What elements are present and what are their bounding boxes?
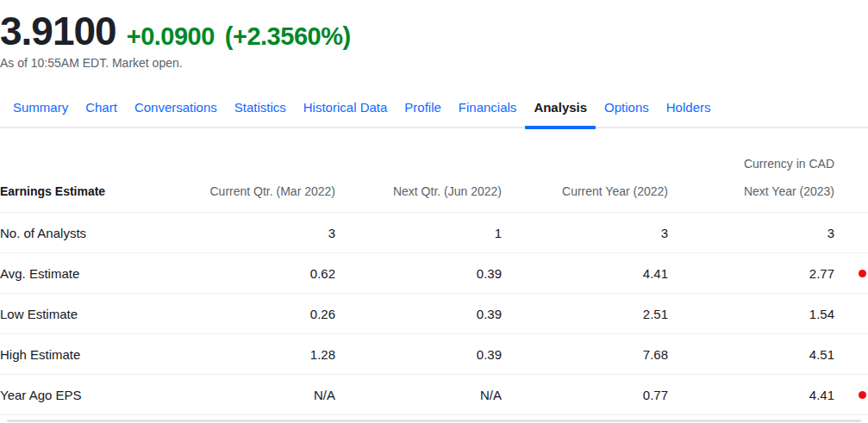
cell-value: 0.26	[169, 307, 335, 321]
horizontal-scrollbar[interactable]	[7, 420, 861, 422]
tab-financials[interactable]: Financials	[450, 100, 526, 127]
tab-options[interactable]: Options	[596, 100, 658, 127]
cell-value: 0.77	[502, 388, 668, 402]
column-header: Next Qtr. (Jun 2022)	[335, 184, 502, 198]
column-header: Next Year (2023)	[668, 184, 834, 198]
cell-value: 3	[502, 226, 668, 240]
cell-value: 2.77	[668, 266, 834, 281]
row-label: Low Estimate	[0, 307, 169, 321]
cell-value: 0.62	[169, 266, 335, 281]
cell-value: 1	[335, 226, 502, 240]
tab-statistics[interactable]: Statistics	[226, 100, 295, 127]
row-label: Avg. Estimate	[0, 266, 169, 281]
column-header: Current Year (2022)	[502, 184, 668, 198]
tab-summary[interactable]: Summary	[4, 100, 77, 127]
tab-chart[interactable]: Chart	[77, 100, 126, 127]
red-annotation-dot-icon	[859, 391, 866, 399]
cell-value: N/A	[169, 388, 335, 402]
cell-value: 4.41	[668, 388, 834, 402]
cell-value: 0.39	[335, 266, 502, 281]
cell-value: 0.39	[335, 307, 502, 321]
tab-historical-data[interactable]: Historical Data	[295, 100, 397, 127]
table-header-row: Earnings Estimate Current Qtr. (Mar 2022…	[0, 171, 868, 213]
column-header: Current Qtr. (Mar 2022)	[169, 184, 335, 198]
row-label: High Estimate	[0, 347, 169, 362]
row-label: No. of Analysts	[0, 226, 169, 240]
table-row: Avg. Estimate0.620.394.412.77	[0, 253, 868, 294]
red-annotation-dot-icon	[859, 270, 866, 277]
price-change: +0.0900	[127, 22, 215, 51]
tab-conversations[interactable]: Conversations	[126, 100, 226, 127]
cell-value: 3	[668, 226, 834, 240]
price-line: 3.9100 +0.0900 (+2.3560%)	[0, 10, 868, 52]
quote-header: 3.9100 +0.0900 (+2.3560%) As of 10:55AM …	[0, 0, 868, 70]
stock-price: 3.9100	[0, 10, 116, 52]
cell-value: 1.28	[169, 347, 335, 362]
table-row: High Estimate1.280.397.684.51	[0, 334, 868, 375]
table-row: Low Estimate0.260.392.511.54	[0, 294, 868, 334]
cell-value: 4.51	[668, 347, 834, 362]
cell-value: 2.51	[502, 307, 668, 321]
cell-value: 7.68	[502, 347, 668, 362]
section-tab-bar: SummaryChartConversationsStatisticsHisto…	[0, 100, 868, 128]
market-status: As of 10:55AM EDT. Market open.	[0, 56, 868, 70]
table-title: Earnings Estimate	[0, 184, 169, 198]
table-row: Year Ago EPSN/AN/A0.774.41	[0, 375, 868, 415]
tab-analysis[interactable]: Analysis	[525, 100, 596, 127]
cell-value: N/A	[335, 388, 502, 402]
currency-note: Currency in CAD	[0, 157, 868, 171]
cell-value: 3	[169, 226, 335, 240]
row-label: Year Ago EPS	[0, 388, 169, 402]
earnings-estimate-table: Earnings Estimate Current Qtr. (Mar 2022…	[0, 171, 868, 415]
tab-profile[interactable]: Profile	[396, 100, 450, 127]
table-row: No. of Analysts3133	[0, 213, 868, 253]
tab-holders[interactable]: Holders	[658, 100, 720, 127]
cell-value: 0.39	[335, 347, 502, 362]
cell-value: 1.54	[668, 307, 834, 321]
cell-value: 4.41	[502, 266, 668, 281]
price-change-percent: (+2.3560%)	[225, 22, 351, 51]
